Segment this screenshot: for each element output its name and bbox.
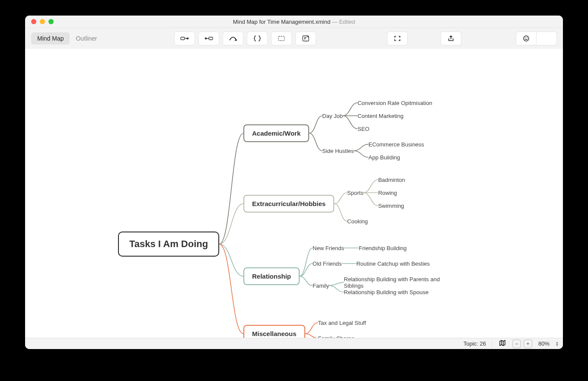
- svg-point-8: [527, 38, 527, 38]
- zoom-level-label: 80%: [538, 340, 550, 347]
- add-topic-icon: [180, 35, 189, 42]
- window-zoom-button[interactable]: [48, 19, 54, 24]
- leaf-topic[interactable]: Content Marketing: [358, 113, 403, 119]
- svg-point-6: [524, 36, 529, 41]
- fullscreen-icon: [393, 35, 401, 42]
- add-subtopic-button[interactable]: [198, 32, 219, 45]
- svg-rect-4: [278, 36, 284, 41]
- map-icon: [499, 340, 506, 346]
- leaf-topic[interactable]: Rowing: [378, 190, 397, 196]
- share-icon: [447, 35, 455, 42]
- zoom-stepper[interactable]: ▲▼: [556, 341, 559, 346]
- subtopic[interactable]: New Friends: [313, 245, 344, 251]
- leaf-topic[interactable]: ECommerce Business: [368, 141, 424, 148]
- svg-rect-2: [205, 38, 207, 39]
- leaf-topic[interactable]: App Building: [368, 154, 400, 161]
- smiley-icon: [522, 35, 530, 42]
- svg-rect-1: [187, 38, 189, 39]
- window-title: Mind Map for Time Management.xmind — Edi…: [25, 19, 563, 25]
- titlebar: Mind Map for Time Management.xmind — Edi…: [25, 16, 563, 28]
- insert-sticker-button[interactable]: [516, 32, 537, 45]
- subtopic[interactable]: Tax and Legal Stuff: [318, 320, 366, 326]
- zoom-out-button[interactable]: −: [512, 340, 521, 348]
- topic-count-label: Topic: 26: [463, 340, 486, 347]
- branch-b2[interactable]: Extracurricular/Hobbies: [243, 195, 334, 213]
- svg-rect-0: [181, 37, 185, 40]
- status-bar: Topic: 26 − + 80% ▲▼: [25, 338, 563, 349]
- leaf-topic[interactable]: SEO: [358, 126, 369, 132]
- format-panel-button[interactable]: [537, 32, 557, 45]
- minimap-button[interactable]: [499, 340, 506, 348]
- toolbar-center-group: [174, 32, 316, 45]
- subtopic[interactable]: Old Friends: [313, 260, 342, 267]
- note-icon: [302, 35, 310, 42]
- leaf-topic[interactable]: Conversion Rate Opitmisation: [358, 100, 432, 106]
- add-subtopic-icon: [205, 35, 213, 42]
- branch-b1[interactable]: Academic/Work: [243, 124, 309, 142]
- svg-point-7: [525, 38, 526, 38]
- app-window: Mind Map for Time Management.xmind — Edi…: [25, 16, 563, 349]
- window-edited-indicator: — Edited: [330, 19, 355, 25]
- leaf-topic[interactable]: Swimming: [378, 203, 404, 209]
- leaf-topic[interactable]: Relationship Building with Spouse: [344, 289, 428, 295]
- window-filename: Mind Map for Time Management.xmind: [233, 19, 330, 25]
- subtopic[interactable]: Sports: [347, 190, 364, 196]
- branch-b3[interactable]: Relationship: [243, 267, 300, 285]
- note-button[interactable]: [295, 32, 316, 45]
- summary-button[interactable]: [247, 32, 268, 45]
- window-minimize-button[interactable]: [40, 19, 45, 24]
- relationship-icon: [228, 35, 238, 42]
- zen-mode-button[interactable]: [387, 32, 408, 45]
- tab-outliner[interactable]: Outliner: [70, 32, 103, 44]
- subtopic[interactable]: Family: [313, 283, 329, 289]
- leaf-topic[interactable]: Routine Catchup with Besties: [356, 260, 430, 267]
- format-icon: [543, 35, 550, 42]
- share-button[interactable]: [441, 32, 461, 45]
- boundary-button[interactable]: [271, 32, 292, 45]
- subtopic[interactable]: Day Job: [322, 113, 343, 119]
- view-mode-tabs: Mind Map Outliner: [31, 32, 103, 44]
- central-topic[interactable]: Tasks I Am Doing: [118, 232, 219, 257]
- leaf-topic[interactable]: Relationship Building with Parents and S…: [344, 276, 443, 289]
- leaf-topic[interactable]: Friendship Building: [359, 245, 407, 251]
- subtopic[interactable]: Cooking: [347, 218, 368, 225]
- leaf-topic[interactable]: Badminton: [378, 177, 405, 183]
- zoom-in-button[interactable]: +: [524, 340, 532, 348]
- boundary-icon: [277, 35, 286, 42]
- branch-b4[interactable]: Miscellaneous: [243, 325, 305, 338]
- window-close-button[interactable]: [31, 19, 36, 24]
- toolbar: Mind Map Outliner: [25, 28, 563, 49]
- add-topic-button[interactable]: [174, 32, 195, 45]
- mindmap-canvas[interactable]: Tasks I Am DoingAcademic/WorkExtracurric…: [25, 49, 563, 338]
- summary-icon: [253, 35, 262, 42]
- relationship-button[interactable]: [223, 32, 243, 45]
- svg-rect-3: [209, 37, 213, 40]
- subtopic[interactable]: Side Hustles: [322, 148, 354, 154]
- tab-mind-map[interactable]: Mind Map: [31, 32, 70, 44]
